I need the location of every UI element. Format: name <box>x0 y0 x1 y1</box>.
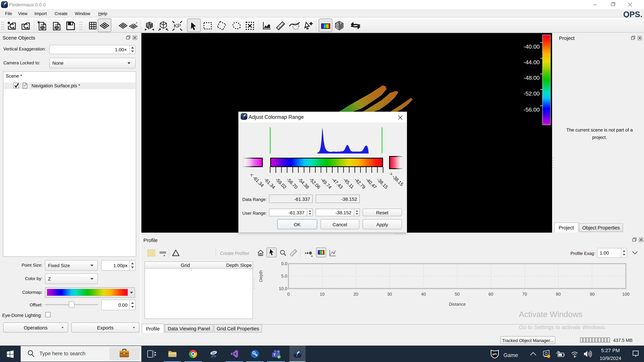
svg-text:T: T <box>273 353 276 357</box>
svg-text:KP: KP <box>174 23 181 29</box>
svg-text:?: ? <box>24 84 26 88</box>
